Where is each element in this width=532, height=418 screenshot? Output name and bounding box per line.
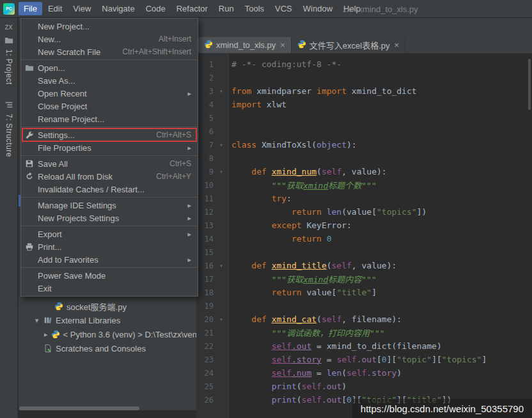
menu-item-add-to-favorites[interactable]: Add to Favorites▸ xyxy=(21,253,198,266)
gutter-line-number[interactable]: 22 xyxy=(197,342,214,351)
menubar-item-edit[interactable]: Edit xyxy=(43,2,67,15)
menu-item-settings[interactable]: Settings...Ctrl+Alt+S xyxy=(21,128,198,141)
menu-item-manage-ide-settings[interactable]: Manage IDE Settings▸ xyxy=(21,199,198,212)
structure-icon xyxy=(4,100,13,109)
menu-item-close-project[interactable]: Close Project xyxy=(21,100,198,112)
code-token xyxy=(231,288,272,297)
tab-close-icon[interactable]: × xyxy=(395,40,400,50)
menubar-item-run[interactable]: Run xyxy=(214,2,239,15)
tree-item-python-3-6-venv-d-test-zx-venv[interactable]: ▸< Python 3.6 (venv) > D:\Test\zx\venv\ xyxy=(19,327,196,341)
gutter-line-number[interactable]: 9 xyxy=(197,167,214,176)
tree-item-scratches-and-consoles[interactable]: Scratches and Consoles xyxy=(19,341,196,355)
python-icon xyxy=(54,302,63,311)
menu-bar: FileEditViewNavigateCodeRefactorRunTools… xyxy=(19,2,366,15)
scratch-icon xyxy=(43,344,52,353)
menu-item-open-recent[interactable]: Open Recent▸ xyxy=(21,87,198,100)
menu-item-rename-project[interactable]: Rename Project... xyxy=(21,112,198,125)
menu-item-save-all[interactable]: Save AllCtrl+S xyxy=(21,157,198,170)
gutter-line-number[interactable]: 25 xyxy=(197,382,214,391)
gutter-line-number[interactable]: 14 xyxy=(197,235,214,244)
gutter-line-number[interactable]: 16 xyxy=(197,261,214,270)
menubar-item-vcs[interactable]: VCS xyxy=(270,2,297,15)
menu-item-reload-all-from-disk[interactable]: Reload All from DiskCtrl+Alt+Y xyxy=(21,170,198,183)
menu-item-new-project[interactable]: New Project... xyxy=(21,20,198,33)
tool-button-project[interactable]: 1: Project xyxy=(4,49,13,85)
menu-item-power-save-mode[interactable]: Power Save Mode xyxy=(21,269,198,282)
menu-item-new-scratch-file[interactable]: New Scratch FileCtrl+Alt+Shift+Insert xyxy=(21,45,198,58)
fold-marker-icon[interactable]: ▾ xyxy=(214,141,229,148)
menubar-item-view[interactable]: View xyxy=(68,2,96,15)
gutter-line-number[interactable]: 7 xyxy=(197,141,214,150)
code-token: return xyxy=(292,207,322,217)
gutter-line-number[interactable]: 26 xyxy=(197,396,214,405)
code-token: def xyxy=(251,314,266,324)
menu-separator xyxy=(21,267,198,268)
gutter-line-number[interactable]: 15 xyxy=(197,248,214,257)
gutter-line-number[interactable]: 13 xyxy=(197,221,214,230)
gutter-line-number[interactable]: 24 xyxy=(197,369,214,378)
gutter-line-number[interactable]: 3 xyxy=(197,87,214,96)
menu-item-label: Print... xyxy=(38,242,62,252)
code-text: """获取xmind标题个数""" xyxy=(229,179,377,191)
gutter-line-number[interactable]: 2 xyxy=(197,74,214,82)
gutter-line-number[interactable]: 5 xyxy=(197,114,214,123)
code-text: return 0 xyxy=(229,234,332,244)
menubar-item-code[interactable]: Code xyxy=(141,2,171,15)
code-token: xlwt xyxy=(262,100,286,109)
menubar-item-tools[interactable]: Tools xyxy=(240,2,269,15)
code-token: value[ xyxy=(302,288,337,297)
gutter-line-number[interactable]: 4 xyxy=(197,100,214,109)
editor-scrollbar[interactable] xyxy=(528,59,531,110)
gutter-line-number[interactable]: 12 xyxy=(197,208,214,217)
code-token xyxy=(231,167,251,176)
chevron-right-icon[interactable]: ▸ xyxy=(44,330,48,339)
menu-item-new-projects-settings[interactable]: New Projects Settings▸ xyxy=(21,212,198,224)
fold-marker-icon[interactable]: ▾ xyxy=(214,316,229,323)
tree-item-socket服务端-py[interactable]: socket服务端.py xyxy=(19,299,196,313)
gutter-line-number[interactable]: 8 xyxy=(197,154,214,163)
code-token: self xyxy=(336,355,356,364)
chevron-down-icon[interactable]: ▾ xyxy=(33,316,40,325)
editor-tab-xmind-to-xls-py[interactable]: xmind_to_xls.py× xyxy=(198,37,292,53)
code-line: 4import xlwt xyxy=(197,98,532,111)
code-text: class XmindToXsl(object): xyxy=(229,140,357,150)
menubar-item-navigate[interactable]: Navigate xyxy=(97,2,139,15)
fold-marker-icon[interactable]: ▾ xyxy=(214,262,229,269)
gutter-line-number[interactable]: 17 xyxy=(197,275,214,284)
menu-item-save-as[interactable]: Save As... xyxy=(21,74,198,87)
tool-button-structure[interactable]: 7: Structure xyxy=(4,114,13,157)
menu-item-export[interactable]: Export▸ xyxy=(21,228,198,240)
menu-item-open[interactable]: Open... xyxy=(21,61,198,74)
code-line: 19 xyxy=(197,299,532,313)
gutter-line-number[interactable]: 19 xyxy=(197,302,214,311)
tree-item-external-libraries[interactable]: ▾External Libraries xyxy=(19,313,196,327)
code-token xyxy=(267,261,272,270)
editor-tab-文件写入excel表格-py[interactable]: 文件写入excel表格.py× xyxy=(292,37,405,53)
menu-item-file-properties[interactable]: File Properties▸ xyxy=(21,141,198,154)
menu-item-invalidate-caches-restart[interactable]: Invalidate Caches / Restart... xyxy=(21,183,198,196)
menu-item-exit[interactable]: Exit xyxy=(21,282,198,295)
gutter-line-number[interactable]: 23 xyxy=(197,355,214,364)
gutter-line-number[interactable]: 11 xyxy=(197,194,214,203)
menubar-item-file[interactable]: File xyxy=(19,2,42,15)
menubar-item-window[interactable]: Window xyxy=(298,2,338,15)
gutter-line-number[interactable]: 1 xyxy=(197,60,214,69)
menu-item-new[interactable]: New...Alt+Insert xyxy=(21,33,198,45)
gutter-line-number[interactable]: 18 xyxy=(197,288,214,297)
gutter-line-number[interactable]: 21 xyxy=(197,329,214,337)
gutter-line-number[interactable]: 20 xyxy=(197,315,214,324)
menubar-item-refactor[interactable]: Refactor xyxy=(171,2,213,15)
menu-item-print[interactable]: Print... xyxy=(21,240,198,253)
toolbar-strip xyxy=(197,18,532,37)
code-line: 22 self.out = xmind_to_dict(filename) xyxy=(197,339,532,353)
fold-marker-icon[interactable]: ▾ xyxy=(214,88,229,95)
python-icon xyxy=(51,330,60,339)
code-token: self xyxy=(322,167,341,176)
fold-marker-icon[interactable]: ▾ xyxy=(214,168,229,175)
gutter-line-number[interactable]: 10 xyxy=(197,181,214,190)
project-horizontal-scrollbar[interactable] xyxy=(19,406,139,410)
tab-close-icon[interactable]: × xyxy=(280,40,285,50)
code-token xyxy=(267,167,272,176)
gutter-line-number[interactable]: 6 xyxy=(197,127,214,136)
code-token: ( xyxy=(297,395,302,405)
